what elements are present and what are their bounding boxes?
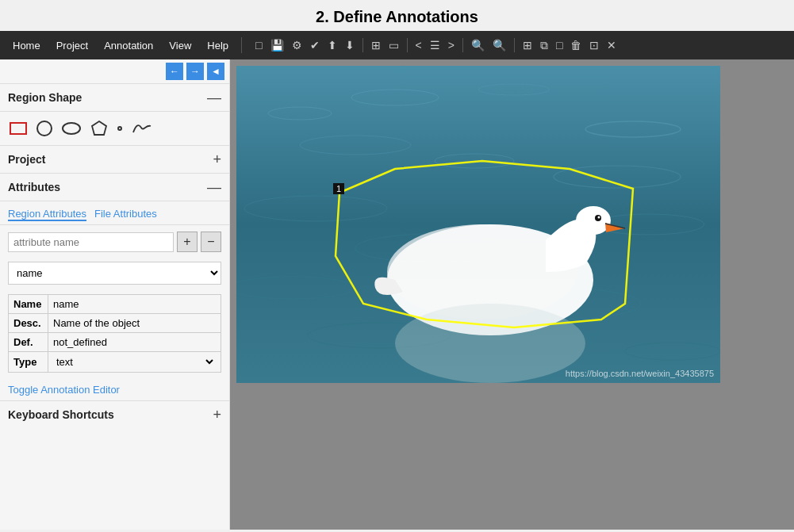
save-icon[interactable]: 💾 (268, 37, 286, 53)
region-shape-collapse-btn[interactable]: — (207, 90, 221, 105)
zoom-in-icon[interactable]: 🔍 (469, 37, 487, 53)
sidebar-nav-arrows: ← → ◄ (0, 59, 229, 84)
attribute-del-btn[interactable]: − (201, 232, 221, 252)
upload-icon[interactable]: ⬆ (325, 37, 339, 53)
attr-type-label: Type (9, 352, 48, 373)
keyboard-shortcuts-add-btn[interactable]: + (213, 408, 221, 422)
swan-scene-svg (236, 66, 720, 383)
download-icon[interactable]: ⬇ (343, 37, 357, 53)
nav-right-btn[interactable]: → (186, 63, 204, 80)
canvas-area[interactable]: 1 https://blog.csdn.net/weixin_43435875 (230, 59, 794, 530)
attr-select-row: name (0, 258, 229, 291)
region-attributes-tab[interactable]: Region Attributes (8, 208, 86, 221)
table-row: Def. not_defined (9, 333, 221, 352)
settings-icon[interactable]: ⚙ (290, 37, 305, 53)
attributes-section: Region Attributes File Attributes + − na… (0, 201, 229, 400)
toolbar-menu: Home Project Annotation View Help (5, 36, 236, 55)
attr-desc-label: Desc. (9, 314, 48, 333)
file-attributes-tab[interactable]: File Attributes (94, 208, 157, 221)
attributes-title: Attributes (8, 181, 60, 193)
svg-point-21 (598, 216, 600, 219)
project-add-btn[interactable]: + (213, 152, 221, 166)
attributes-collapse-btn[interactable]: — (207, 180, 221, 194)
watermark: https://blog.csdn.net/weixin_43435875 (566, 369, 714, 378)
attr-def-value: not_defined (48, 333, 221, 352)
annotation-label: 1 (333, 183, 344, 194)
close-icon[interactable]: ✕ (604, 37, 619, 53)
list-icon[interactable]: ☰ (428, 37, 443, 53)
shape-tools (0, 112, 229, 146)
image-container: 1 https://blog.csdn.net/weixin_43435875 (236, 66, 720, 383)
menu-help[interactable]: Help (199, 36, 236, 55)
table-row: Name name (9, 295, 221, 314)
attr-def-label: Def. (9, 333, 48, 352)
toolbar-icons: □ 💾 ⚙ ✔ ⬆ ⬇ ⊞ ▭ < ☰ > 🔍 🔍 ⊞ ⧉ □ 🗑 ⊡ ✕ (253, 37, 789, 54)
table-row: Type text (9, 352, 221, 373)
toolbar: Home Project Annotation View Help □ 💾 ⚙ … (0, 31, 794, 59)
copy-icon[interactable]: ⧉ (538, 37, 550, 54)
page-title: 2. Define Annotations (0, 0, 794, 31)
region-shape-title: Region Shape (8, 91, 82, 104)
polygon-shape-icon (90, 120, 108, 137)
attr-name-label: Name (9, 295, 48, 314)
zoom-out-icon[interactable]: 🔍 (490, 37, 508, 53)
table-row: Desc. Name of the object (9, 314, 221, 333)
attribute-select[interactable]: name (8, 262, 221, 285)
menu-view[interactable]: View (161, 36, 199, 55)
circle-shape-icon (36, 121, 52, 136)
nav-collapse-btn[interactable]: ◄ (207, 63, 224, 80)
rect-tool[interactable] (10, 122, 27, 135)
sidebar: ← → ◄ Region Shape — (0, 59, 230, 530)
attr-desc-value: Name of the object (48, 314, 221, 333)
next-icon[interactable]: > (446, 37, 457, 53)
attr-type-select[interactable]: text (53, 355, 216, 369)
crop-icon[interactable]: ▭ (386, 37, 401, 53)
keyboard-shortcuts-header: Keyboard Shortcuts + (0, 400, 229, 428)
attr-tabs: Region Attributes File Attributes (0, 201, 229, 225)
toolbar-divider-1 (241, 37, 242, 53)
project-title: Project (8, 153, 45, 166)
rect-shape-icon (10, 122, 27, 135)
check-icon[interactable]: ✔ (308, 37, 322, 53)
point-shape-icon (117, 126, 122, 131)
attributes-header: Attributes — (0, 174, 229, 201)
menu-home[interactable]: Home (5, 36, 48, 55)
freehand-tool[interactable] (132, 121, 152, 136)
menu-project[interactable]: Project (48, 36, 96, 55)
project-header: Project + (0, 146, 229, 174)
polygon-tool[interactable] (90, 120, 108, 137)
swan-image: 1 https://blog.csdn.net/weixin_43435875 (236, 66, 720, 383)
svg-point-22 (395, 304, 585, 383)
merge-icon[interactable]: ⊡ (587, 37, 601, 53)
keyboard-shortcuts-title: Keyboard Shortcuts (8, 408, 114, 421)
attributes-table: Name name Desc. Name of the object Def. … (8, 294, 221, 373)
ellipse-shape-icon (62, 122, 81, 135)
attr-input-row: + − (0, 225, 229, 258)
grid-icon[interactable]: ⊞ (369, 37, 383, 53)
menu-annotation[interactable]: Annotation (96, 36, 161, 55)
attr-name-value: name (48, 295, 221, 314)
main-layout: ← → ◄ Region Shape — (0, 59, 794, 530)
region-shape-header: Region Shape — (0, 84, 229, 112)
open-folder-icon[interactable]: □ (253, 37, 264, 53)
fit-icon[interactable]: ⊞ (520, 37, 535, 53)
prev-icon[interactable]: < (413, 37, 424, 53)
delete-icon[interactable]: 🗑 (568, 37, 584, 53)
attr-type-value: text (48, 352, 221, 373)
nav-left-btn[interactable]: ← (166, 63, 183, 80)
attribute-add-btn[interactable]: + (177, 232, 198, 252)
svg-point-18 (576, 206, 611, 235)
point-tool[interactable] (117, 126, 122, 131)
attribute-name-input[interactable] (8, 232, 174, 252)
circle-tool[interactable] (36, 121, 52, 136)
rect-copy-icon[interactable]: □ (554, 37, 565, 53)
freehand-shape-icon (132, 121, 152, 136)
ellipse-tool[interactable] (62, 122, 81, 135)
toggle-annotation-btn[interactable]: Toggle Annotation Editor (0, 376, 128, 400)
svg-marker-0 (92, 121, 106, 135)
